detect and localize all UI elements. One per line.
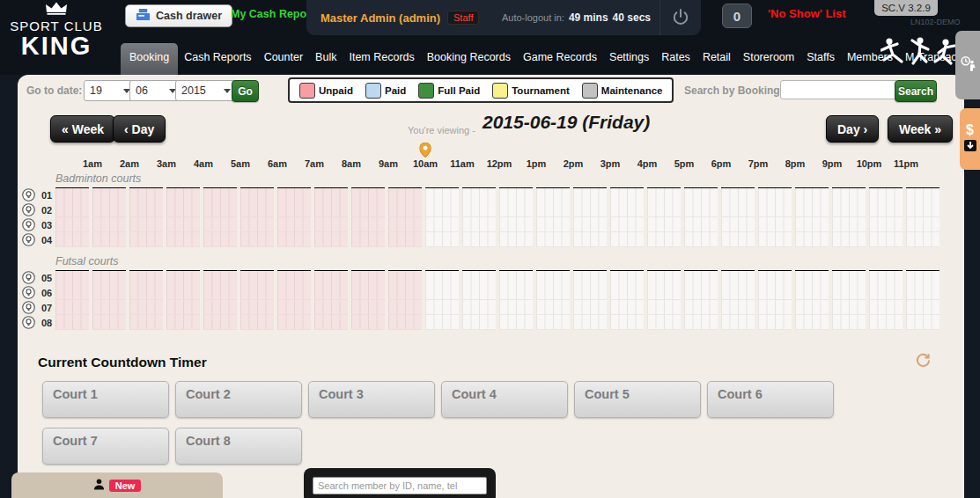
schedule-cell[interactable] bbox=[55, 232, 89, 247]
schedule-cell[interactable] bbox=[55, 270, 89, 286]
nav-item-cash-reports[interactable]: Cash Reports bbox=[178, 51, 257, 75]
schedule-cell[interactable] bbox=[832, 270, 866, 286]
court-light-icon[interactable] bbox=[22, 301, 35, 314]
schedule-cell[interactable] bbox=[425, 202, 459, 217]
schedule-cell[interactable] bbox=[166, 217, 200, 232]
schedule-cell[interactable] bbox=[573, 300, 607, 315]
nav-item-item-records[interactable]: Item Records bbox=[343, 51, 420, 75]
court-light-icon[interactable] bbox=[22, 188, 35, 201]
schedule-cell[interactable] bbox=[684, 187, 718, 203]
schedule-cell[interactable] bbox=[314, 285, 348, 300]
schedule-cell[interactable] bbox=[129, 300, 163, 315]
schedule-cell[interactable] bbox=[166, 300, 200, 315]
schedule-cell[interactable] bbox=[277, 300, 311, 315]
schedule-cell[interactable] bbox=[647, 202, 681, 217]
nav-item-staffs[interactable]: Staffs bbox=[800, 51, 841, 75]
schedule-cell[interactable] bbox=[647, 315, 681, 330]
schedule-cell[interactable] bbox=[684, 232, 718, 247]
schedule-cell[interactable] bbox=[129, 187, 163, 203]
schedule-cell[interactable] bbox=[758, 232, 792, 247]
schedule-cell[interactable] bbox=[758, 202, 792, 217]
schedule-cell[interactable] bbox=[425, 300, 459, 315]
schedule-cell[interactable] bbox=[721, 217, 755, 232]
schedule-cell[interactable] bbox=[499, 232, 533, 247]
schedule-cell[interactable] bbox=[203, 187, 237, 203]
schedule-cell[interactable] bbox=[240, 217, 274, 232]
schedule-cell[interactable] bbox=[166, 315, 200, 330]
court-light-icon[interactable] bbox=[22, 203, 35, 216]
schedule-cell[interactable] bbox=[240, 202, 274, 217]
nav-item-booking-records[interactable]: Booking Records bbox=[421, 51, 517, 75]
schedule-cell[interactable] bbox=[314, 300, 348, 315]
schedule-cell[interactable] bbox=[462, 285, 496, 300]
nav-item-rates[interactable]: Rates bbox=[655, 51, 696, 75]
schedule-cell[interactable] bbox=[832, 217, 866, 232]
court-light-icon[interactable] bbox=[22, 218, 35, 231]
member-search-input[interactable] bbox=[313, 477, 487, 494]
schedule-cell[interactable] bbox=[721, 270, 755, 286]
schedule-cell[interactable] bbox=[906, 187, 939, 203]
schedule-cell[interactable] bbox=[573, 217, 607, 232]
schedule-cell[interactable] bbox=[573, 187, 607, 203]
schedule-cell[interactable] bbox=[55, 202, 89, 217]
schedule-cell[interactable] bbox=[795, 202, 829, 217]
schedule-cell[interactable] bbox=[277, 315, 311, 330]
schedule-cell[interactable] bbox=[499, 217, 533, 232]
schedule-cell[interactable] bbox=[462, 232, 496, 247]
no-show-list-link[interactable]: 'No Show' List bbox=[768, 7, 846, 20]
schedule-cell[interactable] bbox=[721, 285, 755, 300]
schedule-cell[interactable] bbox=[795, 300, 829, 315]
next-week-button[interactable]: Week » bbox=[888, 115, 953, 143]
schedule-cell[interactable] bbox=[314, 232, 348, 247]
schedule-cell[interactable] bbox=[795, 285, 829, 300]
schedule-cell[interactable] bbox=[314, 187, 348, 203]
schedule-cell[interactable] bbox=[314, 217, 348, 232]
schedule-cell[interactable] bbox=[536, 300, 570, 315]
schedule-cell[interactable] bbox=[92, 270, 126, 286]
nav-item-game-records[interactable]: Game Records bbox=[517, 51, 603, 75]
schedule-cell[interactable] bbox=[425, 270, 459, 286]
schedule-cell[interactable] bbox=[536, 285, 570, 300]
cash-drawer-button[interactable]: Cash drawer bbox=[125, 4, 232, 27]
schedule-cell[interactable] bbox=[55, 187, 89, 203]
schedule-cell[interactable] bbox=[610, 187, 644, 203]
year-select[interactable]: 2015 bbox=[175, 80, 237, 101]
schedule-cell[interactable] bbox=[573, 315, 607, 330]
schedule-cell[interactable] bbox=[721, 202, 755, 217]
schedule-cell[interactable] bbox=[92, 300, 126, 315]
schedule-cell[interactable] bbox=[277, 270, 311, 286]
schedule-cell[interactable] bbox=[610, 232, 644, 247]
schedule-cell[interactable] bbox=[610, 300, 644, 315]
schedule-cell[interactable] bbox=[869, 187, 903, 203]
power-button[interactable] bbox=[659, 0, 701, 35]
schedule-cell[interactable] bbox=[240, 285, 274, 300]
schedule-cell[interactable] bbox=[388, 217, 422, 232]
nav-item-counter[interactable]: Counter bbox=[258, 51, 309, 75]
schedule-cell[interactable] bbox=[795, 315, 829, 330]
schedule-cell[interactable] bbox=[684, 315, 718, 330]
schedule-cell[interactable] bbox=[92, 217, 126, 232]
schedule-cell[interactable] bbox=[869, 270, 903, 286]
go-button[interactable]: Go bbox=[232, 80, 259, 102]
schedule-cell[interactable] bbox=[351, 187, 385, 203]
schedule-cell[interactable] bbox=[906, 270, 939, 286]
schedule-cell[interactable] bbox=[277, 217, 311, 232]
schedule-cell[interactable] bbox=[758, 315, 792, 330]
schedule-cell[interactable] bbox=[647, 187, 681, 203]
schedule-cell[interactable] bbox=[499, 270, 533, 286]
schedule-cell[interactable] bbox=[166, 232, 200, 247]
schedule-cell[interactable] bbox=[277, 285, 311, 300]
my-cash-report-link[interactable]: My Cash Report bbox=[231, 8, 314, 20]
schedule-cell[interactable] bbox=[351, 202, 385, 217]
schedule-cell[interactable] bbox=[351, 300, 385, 315]
schedule-cell[interactable] bbox=[203, 202, 237, 217]
schedule-cell[interactable] bbox=[869, 285, 903, 300]
schedule-cell[interactable] bbox=[906, 300, 939, 315]
schedule-cell[interactable] bbox=[758, 270, 792, 286]
schedule-cell[interactable] bbox=[869, 217, 903, 232]
schedule-cell[interactable] bbox=[906, 285, 939, 300]
schedule-cell[interactable] bbox=[55, 217, 89, 232]
schedule-cell[interactable] bbox=[610, 217, 644, 232]
schedule-cell[interactable] bbox=[795, 232, 829, 247]
prev-day-button[interactable]: ‹ Day bbox=[113, 115, 166, 143]
